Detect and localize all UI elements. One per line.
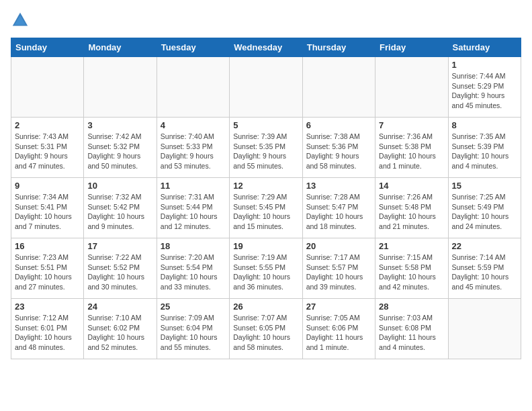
header-sunday: Sunday <box>11 38 84 57</box>
day-cell: 1Sunrise: 7:44 AM Sunset: 5:29 PM Daylig… <box>448 57 521 118</box>
day-number: 9 <box>15 181 80 191</box>
day-number: 17 <box>87 241 152 251</box>
day-info: Sunrise: 7:40 AM Sunset: 5:33 PM Dayligh… <box>161 132 226 171</box>
day-number: 28 <box>379 302 444 312</box>
day-number: 24 <box>87 302 152 312</box>
day-info: Sunrise: 7:09 AM Sunset: 6:04 PM Dayligh… <box>161 313 226 353</box>
day-info: Sunrise: 7:10 AM Sunset: 6:02 PM Dayligh… <box>87 313 152 353</box>
day-cell <box>84 57 157 118</box>
day-cell: 26Sunrise: 7:07 AM Sunset: 6:05 PM Dayli… <box>230 299 302 359</box>
day-number: 18 <box>161 241 226 251</box>
day-cell <box>11 57 84 118</box>
day-cell: 16Sunrise: 7:23 AM Sunset: 5:51 PM Dayli… <box>11 238 84 299</box>
day-cell: 3Sunrise: 7:42 AM Sunset: 5:32 PM Daylig… <box>84 118 157 178</box>
day-info: Sunrise: 7:28 AM Sunset: 5:47 PM Dayligh… <box>306 192 371 232</box>
day-number: 4 <box>161 120 226 130</box>
day-cell: 8Sunrise: 7:35 AM Sunset: 5:39 PM Daylig… <box>448 118 521 178</box>
day-number: 15 <box>452 181 517 191</box>
day-cell: 13Sunrise: 7:28 AM Sunset: 5:47 PM Dayli… <box>302 178 375 238</box>
day-number: 6 <box>306 120 371 130</box>
day-info: Sunrise: 7:14 AM Sunset: 5:59 PM Dayligh… <box>452 253 517 292</box>
day-number: 19 <box>233 241 298 251</box>
header-saturday: Saturday <box>448 38 521 57</box>
day-number: 13 <box>306 181 371 191</box>
day-cell: 23Sunrise: 7:12 AM Sunset: 6:01 PM Dayli… <box>11 299 84 359</box>
day-cell: 12Sunrise: 7:29 AM Sunset: 5:45 PM Dayli… <box>230 178 302 238</box>
day-cell: 19Sunrise: 7:19 AM Sunset: 5:55 PM Dayli… <box>230 238 302 299</box>
day-cell <box>302 57 375 118</box>
day-number: 3 <box>87 120 152 130</box>
day-cell: 2Sunrise: 7:43 AM Sunset: 5:31 PM Daylig… <box>11 118 84 178</box>
page-header <box>11 11 521 30</box>
day-number: 16 <box>15 241 80 251</box>
day-cell: 4Sunrise: 7:40 AM Sunset: 5:33 PM Daylig… <box>157 118 229 178</box>
day-number: 12 <box>233 181 298 191</box>
day-info: Sunrise: 7:17 AM Sunset: 5:57 PM Dayligh… <box>306 253 371 292</box>
day-info: Sunrise: 7:42 AM Sunset: 5:32 PM Dayligh… <box>87 132 152 171</box>
day-cell: 17Sunrise: 7:22 AM Sunset: 5:52 PM Dayli… <box>84 238 157 299</box>
week-row-4: 23Sunrise: 7:12 AM Sunset: 6:01 PM Dayli… <box>11 299 521 359</box>
day-number: 8 <box>452 120 517 130</box>
header-tuesday: Tuesday <box>157 38 229 57</box>
logo-icon <box>11 11 30 30</box>
calendar-table: SundayMondayTuesdayWednesdayThursdayFrid… <box>11 38 521 359</box>
day-number: 23 <box>15 302 80 312</box>
day-info: Sunrise: 7:36 AM Sunset: 5:38 PM Dayligh… <box>379 132 444 171</box>
week-row-0: 1Sunrise: 7:44 AM Sunset: 5:29 PM Daylig… <box>11 57 521 118</box>
day-number: 10 <box>87 181 152 191</box>
day-number: 21 <box>379 241 444 251</box>
day-cell <box>157 57 229 118</box>
day-cell: 18Sunrise: 7:20 AM Sunset: 5:54 PM Dayli… <box>157 238 229 299</box>
day-cell <box>375 57 448 118</box>
header-friday: Friday <box>375 38 448 57</box>
day-info: Sunrise: 7:25 AM Sunset: 5:49 PM Dayligh… <box>452 192 517 232</box>
header-thursday: Thursday <box>302 38 375 57</box>
header-monday: Monday <box>84 38 157 57</box>
day-cell: 25Sunrise: 7:09 AM Sunset: 6:04 PM Dayli… <box>157 299 229 359</box>
day-number: 14 <box>379 181 444 191</box>
day-info: Sunrise: 7:22 AM Sunset: 5:52 PM Dayligh… <box>87 253 152 292</box>
day-cell: 15Sunrise: 7:25 AM Sunset: 5:49 PM Dayli… <box>448 178 521 238</box>
day-info: Sunrise: 7:38 AM Sunset: 5:36 PM Dayligh… <box>306 132 371 171</box>
day-number: 2 <box>15 120 80 130</box>
day-number: 26 <box>233 302 298 312</box>
day-cell: 21Sunrise: 7:15 AM Sunset: 5:58 PM Dayli… <box>375 238 448 299</box>
day-info: Sunrise: 7:44 AM Sunset: 5:29 PM Dayligh… <box>452 71 517 111</box>
day-info: Sunrise: 7:29 AM Sunset: 5:45 PM Dayligh… <box>233 192 298 232</box>
day-cell <box>230 57 302 118</box>
day-cell: 9Sunrise: 7:34 AM Sunset: 5:41 PM Daylig… <box>11 178 84 238</box>
day-info: Sunrise: 7:23 AM Sunset: 5:51 PM Dayligh… <box>15 253 80 292</box>
week-row-3: 16Sunrise: 7:23 AM Sunset: 5:51 PM Dayli… <box>11 238 521 299</box>
day-cell: 7Sunrise: 7:36 AM Sunset: 5:38 PM Daylig… <box>375 118 448 178</box>
day-info: Sunrise: 7:39 AM Sunset: 5:35 PM Dayligh… <box>233 132 298 171</box>
day-number: 5 <box>233 120 298 130</box>
week-row-2: 9Sunrise: 7:34 AM Sunset: 5:41 PM Daylig… <box>11 178 521 238</box>
day-cell: 10Sunrise: 7:32 AM Sunset: 5:42 PM Dayli… <box>84 178 157 238</box>
day-info: Sunrise: 7:15 AM Sunset: 5:58 PM Dayligh… <box>379 253 444 292</box>
day-info: Sunrise: 7:12 AM Sunset: 6:01 PM Dayligh… <box>15 313 80 353</box>
day-info: Sunrise: 7:20 AM Sunset: 5:54 PM Dayligh… <box>161 253 226 292</box>
day-cell <box>448 299 521 359</box>
day-number: 7 <box>379 120 444 130</box>
day-cell: 27Sunrise: 7:05 AM Sunset: 6:06 PM Dayli… <box>302 299 375 359</box>
day-info: Sunrise: 7:05 AM Sunset: 6:06 PM Dayligh… <box>306 313 371 353</box>
day-cell: 6Sunrise: 7:38 AM Sunset: 5:36 PM Daylig… <box>302 118 375 178</box>
day-number: 25 <box>161 302 226 312</box>
day-info: Sunrise: 7:31 AM Sunset: 5:44 PM Dayligh… <box>161 192 226 232</box>
day-cell: 5Sunrise: 7:39 AM Sunset: 5:35 PM Daylig… <box>230 118 302 178</box>
day-info: Sunrise: 7:03 AM Sunset: 6:08 PM Dayligh… <box>379 313 444 353</box>
day-info: Sunrise: 7:35 AM Sunset: 5:39 PM Dayligh… <box>452 132 517 171</box>
days-header-row: SundayMondayTuesdayWednesdayThursdayFrid… <box>11 38 521 57</box>
day-cell: 28Sunrise: 7:03 AM Sunset: 6:08 PM Dayli… <box>375 299 448 359</box>
day-cell: 11Sunrise: 7:31 AM Sunset: 5:44 PM Dayli… <box>157 178 229 238</box>
week-row-1: 2Sunrise: 7:43 AM Sunset: 5:31 PM Daylig… <box>11 118 521 178</box>
day-number: 20 <box>306 241 371 251</box>
day-info: Sunrise: 7:26 AM Sunset: 5:48 PM Dayligh… <box>379 192 444 232</box>
day-cell: 20Sunrise: 7:17 AM Sunset: 5:57 PM Dayli… <box>302 238 375 299</box>
logo <box>11 11 32 30</box>
header-wednesday: Wednesday <box>230 38 302 57</box>
day-info: Sunrise: 7:43 AM Sunset: 5:31 PM Dayligh… <box>15 132 80 171</box>
day-info: Sunrise: 7:07 AM Sunset: 6:05 PM Dayligh… <box>233 313 298 353</box>
day-info: Sunrise: 7:19 AM Sunset: 5:55 PM Dayligh… <box>233 253 298 292</box>
day-number: 11 <box>161 181 226 191</box>
